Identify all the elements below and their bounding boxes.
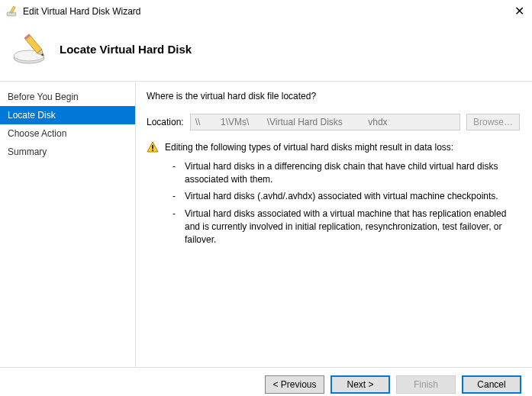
previous-button[interactable]: < Previous — [265, 375, 324, 394]
wizard-header: Locate Virtual Hard Disk — [0, 23, 532, 82]
sidebar-item-choose-action[interactable]: Choose Action — [0, 124, 135, 143]
next-button[interactable]: Next > — [330, 375, 390, 394]
window-title: Edit Virtual Hard Disk Wizard — [23, 6, 141, 17]
svg-rect-9 — [152, 145, 153, 149]
page-title: Locate Virtual Hard Disk — [60, 43, 192, 56]
warning-item: -Virtual hard disks associated with a vi… — [165, 206, 520, 249]
warning-intro-text: Editing the following types of virtual h… — [165, 141, 520, 154]
warning-item: -Virtual hard disks in a differencing di… — [165, 159, 520, 189]
pencil-disk-icon — [12, 31, 49, 67]
wizard-footer: < Previous Next > Finish Cancel — [0, 367, 532, 396]
sidebar-item-before-you-begin[interactable]: Before You Begin — [0, 88, 135, 106]
app-icon — [6, 5, 18, 18]
wizard-steps-sidebar: Before You Begin Locate Disk Choose Acti… — [0, 82, 136, 367]
browse-button: Browse… — [466, 114, 520, 130]
cancel-button[interactable]: Cancel — [462, 375, 521, 394]
sidebar-item-summary[interactable]: Summary — [0, 143, 135, 161]
svg-rect-10 — [152, 150, 153, 151]
warning-item: -Virtual hard disks (.avhd/.avhdx) assoc… — [165, 188, 520, 206]
titlebar: Edit Virtual Hard Disk Wizard ✕ — [0, 0, 532, 23]
warning-icon — [147, 141, 159, 153]
location-label: Location: — [147, 117, 184, 127]
finish-button: Finish — [396, 375, 456, 394]
main-content: Where is the virtual hard disk file loca… — [136, 82, 532, 367]
close-icon[interactable]: ✕ — [514, 5, 524, 18]
location-question: Where is the virtual hard disk file loca… — [147, 91, 520, 101]
location-input[interactable] — [190, 114, 460, 130]
sidebar-item-locate-disk[interactable]: Locate Disk — [0, 106, 135, 124]
